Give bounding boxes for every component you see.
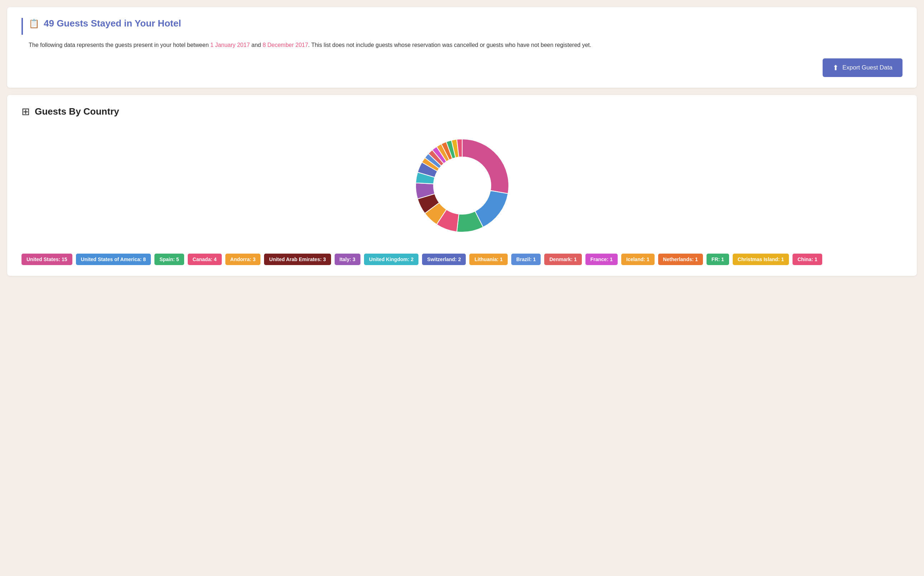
legend-badge: United Arab Emirates: 3 — [264, 254, 331, 265]
legend-badge: Netherlands: 1 — [658, 254, 703, 265]
card-header: 📋 49 Guests Stayed in Your Hotel — [21, 18, 903, 35]
legend-badge: Spain: 5 — [154, 254, 184, 265]
description-text: The following data represents the guests… — [21, 40, 903, 50]
legend-badge: United Kingdom: 2 — [364, 254, 418, 265]
export-icon: ⬆ — [833, 63, 839, 72]
legend-badge: China: 1 — [793, 254, 822, 265]
legend-badge: FR: 1 — [706, 254, 729, 265]
donut-chart-container — [21, 128, 903, 243]
legend-badge: Canada: 4 — [188, 254, 222, 265]
date-end: 8 December 2017 — [263, 42, 308, 48]
legend-badge: Italy: 3 — [335, 254, 360, 265]
legend-badge: Denmark: 1 — [544, 254, 581, 265]
legend-badge: United States: 15 — [21, 254, 72, 265]
description-suffix: . This list does not include guests whos… — [308, 42, 591, 48]
legend-badge: United States of America: 8 — [76, 254, 151, 265]
guest-info-card: 📋 49 Guests Stayed in Your Hotel The fol… — [7, 7, 917, 88]
country-chart-card: ⊞ Guests By Country United States: 15Uni… — [7, 95, 917, 276]
chart-header: ⊞ Guests By Country — [21, 106, 903, 117]
svg-point-0 — [434, 158, 490, 213]
legend-container: United States: 15United States of Americ… — [21, 254, 903, 265]
hotel-icon: 📋 — [29, 19, 39, 29]
description-prefix: The following data represents the guests… — [29, 42, 210, 48]
legend-badge: Iceland: 1 — [621, 254, 655, 265]
chart-title: Guests By Country — [35, 106, 119, 117]
card-footer: ⬆ Export Guest Data — [21, 58, 903, 77]
legend-badge: Brazil: 1 — [511, 254, 541, 265]
donut-chart-svg — [405, 128, 519, 243]
export-button[interactable]: ⬆ Export Guest Data — [823, 58, 903, 77]
legend-badge: Switzerland: 2 — [422, 254, 466, 265]
layers-icon: ⊞ — [21, 106, 30, 117]
legend-badge: France: 1 — [585, 254, 618, 265]
legend-badge: Lithuania: 1 — [469, 254, 508, 265]
page-title: 49 Guests Stayed in Your Hotel — [44, 18, 181, 29]
description-middle: and — [250, 42, 263, 48]
export-button-label: Export Guest Data — [842, 64, 892, 71]
date-start: 1 January 2017 — [210, 42, 250, 48]
legend-badge: Christmas Island: 1 — [733, 254, 789, 265]
legend-badge: Andorra: 3 — [225, 254, 261, 265]
